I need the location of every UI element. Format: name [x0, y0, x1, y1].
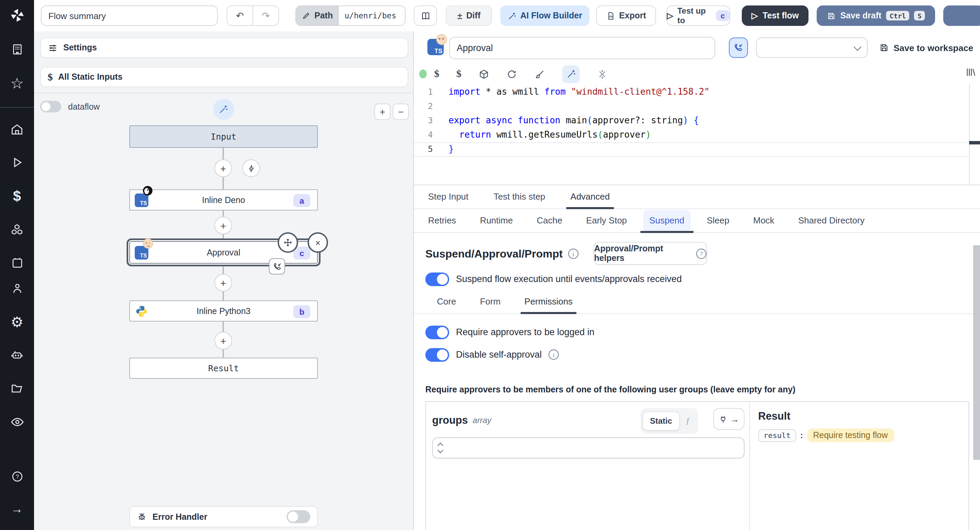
test-up-to-button[interactable]: ▷ Test up to c [666, 5, 730, 26]
suspend-form-tabs: CoreFormPermissions [414, 292, 980, 314]
flow-node-input[interactable]: Input [129, 125, 318, 148]
docs-button[interactable] [414, 5, 437, 26]
zoom-in-button[interactable]: + [374, 104, 391, 120]
code-line-4[interactable]: 4 return wmill.getResumeUrls(approver) [414, 128, 980, 142]
scrollbar-thumb[interactable] [973, 245, 980, 460]
error-handler-toggle[interactable] [286, 510, 310, 523]
tab-test-this-step[interactable]: Test this step [492, 186, 547, 208]
test-flow-button[interactable]: ▷ Test flow [742, 5, 808, 26]
path-label: Path [314, 11, 333, 21]
add-trigger-button[interactable] [242, 160, 260, 177]
tab-core[interactable]: Core [436, 291, 457, 313]
save-to-workspace-button[interactable]: Save to workspace [879, 37, 973, 58]
tab-sleep[interactable]: Sleep [705, 210, 731, 232]
static-toggle-button[interactable]: Static [643, 412, 679, 431]
tab-runtime[interactable]: Runtime [479, 210, 514, 232]
tab-suspend[interactable]: Suspend [643, 210, 690, 232]
flow-node-inline-deno[interactable]: TS Inline Deno a [129, 189, 318, 211]
users-icon[interactable] [0, 276, 34, 302]
format-brush-icon[interactable] [534, 69, 545, 79]
chevron-down-icon [854, 43, 862, 51]
favorites-icon[interactable]: ☆ [0, 71, 34, 97]
flow-summary-input[interactable] [41, 5, 218, 26]
tab-advanced[interactable]: Advanced [569, 186, 611, 208]
folders-icon[interactable] [0, 376, 34, 402]
javascript-toggle-button[interactable]: ƒ [679, 412, 696, 430]
flow-node-inline-python3[interactable]: Inline Python3 b [129, 300, 318, 322]
result-value-pill[interactable]: Require testing flow [807, 428, 894, 442]
line-number: 5 [414, 144, 433, 153]
expand-rail-icon[interactable]: → [0, 496, 34, 522]
code-line-1[interactable]: 1import * as wmill from "windmill-client… [414, 85, 980, 99]
code-editor[interactable]: 1import * as wmill from "windmill-client… [414, 84, 980, 185]
diff-button[interactable]: ± Diff [446, 5, 492, 26]
ai-assistant-button[interactable] [213, 99, 234, 120]
lang-status-dot [419, 69, 427, 78]
groups-array-input[interactable] [432, 437, 745, 458]
audit-logs-eye-icon[interactable] [0, 409, 34, 435]
suspend-settings-button[interactable] [729, 37, 748, 58]
resource-picker-icon[interactable]: $ [456, 68, 461, 80]
schedules-icon[interactable] [0, 250, 34, 276]
code-line-2[interactable]: 2 [414, 99, 980, 113]
tab-step-input[interactable]: Step Input [427, 186, 470, 208]
add-step-button[interactable]: + [215, 217, 232, 234]
info-icon[interactable]: i [568, 249, 579, 259]
scrollbar-track[interactable] [973, 236, 980, 530]
add-step-button[interactable]: + [215, 332, 232, 350]
tab-shared-directory[interactable]: Shared Directory [797, 210, 866, 232]
runs-icon[interactable] [0, 150, 34, 176]
flow-node-result[interactable]: Result [129, 358, 318, 379]
connect-input-button[interactable]: → [713, 408, 745, 430]
result-key-chip[interactable]: result [758, 429, 796, 442]
settings-gear-icon[interactable]: ⚙ [0, 309, 34, 335]
tab-permissions[interactable]: Permissions [523, 291, 574, 313]
step-name-input[interactable] [449, 37, 715, 59]
move-step-button[interactable] [278, 232, 298, 253]
dataflow-toggle[interactable] [40, 101, 61, 112]
home-icon[interactable] [0, 117, 34, 142]
add-step-button[interactable]: + [215, 160, 232, 177]
tab-retries[interactable]: Retries [427, 210, 457, 232]
tab-mock[interactable]: Mock [752, 210, 776, 232]
package-icon[interactable] [479, 69, 489, 79]
left-rail: ☆ $ ⚙ [0, 0, 34, 530]
delete-step-button[interactable]: × [308, 232, 328, 253]
path-value[interactable]: u/henri/bes [339, 11, 401, 21]
info-icon[interactable]: i [549, 350, 559, 360]
require-login-toggle[interactable] [425, 325, 449, 339]
tab-form[interactable]: Form [479, 291, 502, 313]
library-icon[interactable] [965, 67, 976, 78]
code-line-5[interactable]: 5} [414, 142, 980, 156]
workspace-icon[interactable] [0, 37, 34, 63]
disable-self-approval-toggle[interactable] [425, 348, 449, 361]
path-button[interactable]: Path [296, 5, 339, 26]
variable-picker-icon[interactable]: $ [434, 68, 439, 80]
help-icon[interactable]: ? [0, 463, 34, 489]
ai-fix-icon[interactable] [597, 69, 608, 79]
suspend-toggle[interactable] [425, 272, 449, 286]
export-button[interactable]: Export [596, 5, 656, 26]
kbd-s: S [914, 11, 925, 21]
resources-icon[interactable] [0, 216, 34, 242]
flow-settings-card[interactable]: Settings [40, 37, 408, 58]
ai-edit-active[interactable] [562, 65, 580, 83]
windmill-logo-icon[interactable] [0, 0, 34, 31]
workers-icon[interactable] [0, 342, 34, 368]
variables-icon[interactable]: $ [0, 183, 34, 209]
tab-early-stop[interactable]: Early Stop [585, 210, 628, 232]
all-static-inputs-card[interactable]: $ All Static Inputs [40, 67, 408, 87]
add-step-button[interactable]: + [215, 274, 232, 292]
save-draft-button[interactable]: Save draft Ctrl S [817, 5, 935, 26]
zoom-out-button[interactable]: − [393, 104, 409, 120]
redo-button[interactable]: ↷ [253, 10, 278, 21]
reload-icon[interactable] [506, 69, 517, 79]
tab-cache[interactable]: Cache [535, 210, 563, 232]
deploy-button-partial[interactable] [943, 5, 980, 26]
workspace-script-select[interactable] [756, 37, 868, 58]
approval-prompt-helpers-button[interactable]: Approval/Prompt helpers ? [593, 242, 707, 265]
error-handler-bar[interactable]: Error Handler [129, 506, 318, 527]
ai-flow-builder-button[interactable]: AI Flow Builder [500, 5, 589, 26]
undo-button[interactable]: ↶ [227, 10, 253, 21]
code-line-3[interactable]: 3export async function main(approver?: s… [414, 113, 980, 128]
